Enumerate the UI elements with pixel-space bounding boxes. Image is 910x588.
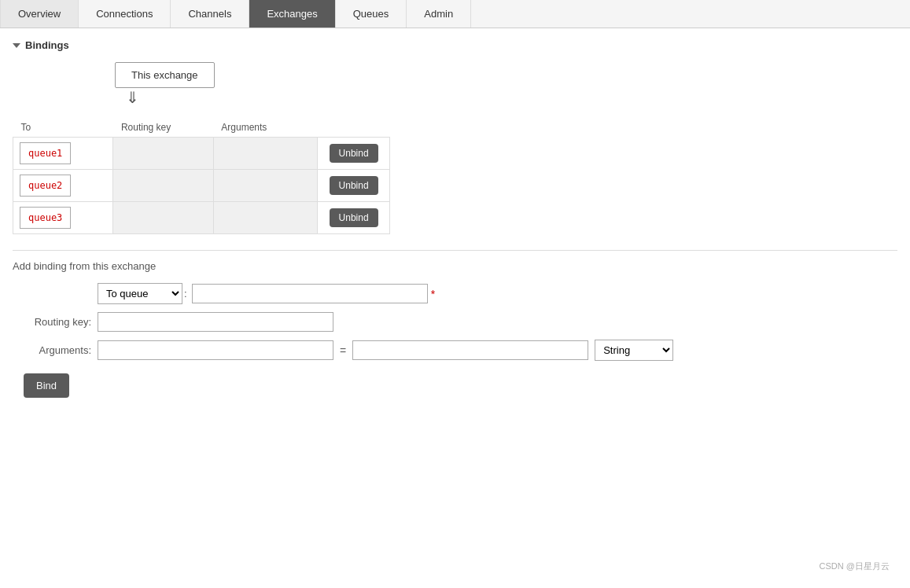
argument-value-input[interactable]	[352, 340, 588, 360]
routing-key-row: Routing key:	[13, 312, 897, 332]
arrow-down-icon: ⇓	[126, 88, 897, 107]
bindings-table: To Routing key Arguments queue1 Unbind q…	[13, 118, 390, 234]
exchange-diagram: This exchange ⇓	[115, 62, 897, 107]
tab-overview[interactable]: Overview	[0, 0, 79, 28]
arguments-cell-2	[213, 170, 317, 202]
col-to: To	[13, 118, 113, 138]
exchange-box: This exchange	[115, 62, 215, 88]
action-cell-2: Unbind	[318, 170, 390, 202]
main-content: Bindings This exchange ⇓ To Routing key …	[0, 28, 910, 409]
unbind-button-1[interactable]: Unbind	[330, 144, 378, 163]
table-row: queue2 Unbind	[13, 170, 390, 202]
colon-separator: :	[184, 288, 187, 300]
chevron-down-icon[interactable]	[13, 43, 20, 48]
tab-connections[interactable]: Connections	[79, 0, 171, 28]
routing-key-cell-3	[113, 202, 213, 234]
routing-key-cell-2	[113, 170, 213, 202]
arguments-label: Arguments:	[13, 344, 91, 356]
equals-sign: =	[340, 344, 346, 357]
routing-key-label: Routing key:	[13, 316, 91, 328]
bindings-section-header: Bindings	[13, 39, 897, 51]
argument-key-input[interactable]	[98, 340, 333, 360]
tab-queues[interactable]: Queues	[336, 0, 407, 28]
col-action	[318, 118, 390, 138]
unbind-button-2[interactable]: Unbind	[330, 176, 378, 195]
action-cell-3: Unbind	[318, 202, 390, 234]
nav-tabs: Overview Connections Channels Exchanges …	[0, 0, 910, 28]
arguments-cell-3	[213, 202, 317, 234]
queue-cell-3: queue3	[13, 202, 113, 234]
col-routing-key: Routing key	[113, 118, 213, 138]
queue-name-3: queue3	[20, 207, 71, 229]
table-row: queue3 Unbind	[13, 202, 390, 234]
routing-key-input[interactable]	[98, 312, 333, 332]
bind-button[interactable]: Bind	[24, 373, 69, 398]
table-row: queue1 Unbind	[13, 138, 390, 170]
col-arguments: Arguments	[213, 118, 317, 138]
argument-type-select[interactable]: String Boolean Number	[595, 340, 673, 361]
queue-cell: queue1	[13, 138, 113, 170]
tab-admin[interactable]: Admin	[407, 0, 471, 28]
unbind-button-3[interactable]: Unbind	[330, 208, 378, 227]
tab-exchanges[interactable]: Exchanges	[249, 0, 335, 28]
bindings-title: Bindings	[25, 39, 69, 51]
arguments-row: Arguments: = String Boolean Number	[13, 340, 897, 361]
arguments-cell-1	[213, 138, 317, 170]
queue-cell-2: queue2	[13, 170, 113, 202]
section-divider	[13, 250, 897, 251]
destination-row: To queue To exchange : *	[13, 283, 897, 304]
destination-type-select[interactable]: To queue To exchange	[98, 283, 182, 304]
add-binding-title: Add binding from this exchange	[13, 260, 897, 272]
queue-name-2: queue2	[20, 175, 71, 197]
action-cell-1: Unbind	[318, 138, 390, 170]
queue-name: queue1	[20, 142, 71, 164]
destination-name-input[interactable]	[192, 284, 428, 303]
tab-channels[interactable]: Channels	[171, 0, 249, 28]
routing-key-cell-1	[113, 138, 213, 170]
required-star: *	[431, 288, 435, 300]
